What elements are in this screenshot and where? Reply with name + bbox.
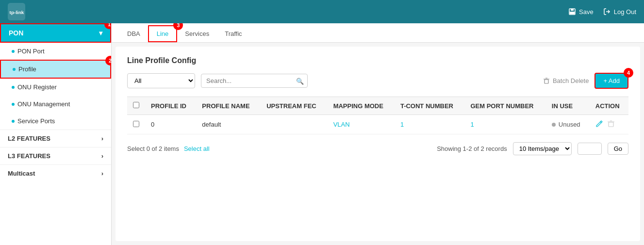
dot-icon: [12, 103, 15, 106]
logout-label: Log Out: [614, 8, 636, 16]
edit-icon[interactable]: [595, 120, 603, 129]
table-header-row: PROFILE ID PROFILE NAME UPSTREAM FEC MAP…: [127, 97, 628, 115]
col-profile-id: PROFILE ID: [145, 97, 196, 115]
sidebar-item-onu-register[interactable]: ONU Register: [0, 79, 111, 96]
pon-badge: 1: [104, 23, 112, 29]
dot-icon: [12, 86, 15, 89]
page-title: Line Profile Config: [127, 56, 628, 65]
cell-action: [590, 115, 628, 134]
search-input[interactable]: [201, 74, 308, 88]
logout-icon: [603, 8, 611, 16]
svg-rect-4: [570, 12, 575, 14]
search-icon: 🔍: [296, 77, 304, 84]
l3-label: L3 FEATURES: [8, 152, 50, 160]
chevron-down-icon: ▾: [99, 29, 102, 37]
cell-gem-port-number: 1: [464, 115, 545, 134]
filter-select[interactable]: All: [127, 73, 195, 88]
cell-mapping-mode: VLAN: [328, 115, 395, 134]
tab-dba[interactable]: DBA: [119, 26, 148, 42]
sidebar-section-l3[interactable]: L3 FEATURES ›: [0, 147, 111, 164]
col-mapping-mode: MAPPING MODE: [328, 97, 395, 115]
tab-bar: DBA Line 3 Services Traffic: [112, 23, 644, 43]
add-button[interactable]: + Add: [594, 73, 628, 89]
l2-label: L2 FEATURES: [8, 135, 50, 142]
svg-rect-3: [571, 9, 574, 11]
cell-profile-name: default: [196, 115, 261, 134]
tp-link-logo: tp-link: [8, 3, 25, 20]
go-page-input[interactable]: [578, 143, 602, 155]
batch-delete-label: Batch Delete: [553, 77, 589, 84]
col-in-use: IN USE: [546, 97, 590, 115]
sidebar-section-multicast[interactable]: Multicast ›: [0, 165, 111, 182]
save-label: Save: [579, 8, 594, 16]
action-icons: [595, 120, 623, 129]
go-button[interactable]: Go: [608, 143, 628, 155]
dot-icon: [13, 68, 16, 71]
tab-services[interactable]: Services: [177, 26, 217, 42]
pagination-right: Showing 1-2 of 2 records 10 Items/page 2…: [437, 142, 628, 155]
top-nav: tp-link Save Log Out: [0, 0, 644, 23]
sidebar-item-onu-management[interactable]: ONU Management: [0, 96, 111, 113]
cell-profile-id: 0: [145, 115, 196, 134]
tab-line[interactable]: Line 3: [148, 25, 178, 42]
save-icon: [568, 8, 576, 16]
chevron-right-icon-l3: ›: [101, 152, 103, 160]
profile-label: Profile: [18, 65, 36, 73]
select-all-checkbox[interactable]: [133, 102, 139, 108]
table-row: 0 default VLAN 1 1 Unused: [127, 115, 628, 134]
logout-button[interactable]: Log Out: [603, 8, 636, 16]
showing-text: Showing 1-2 of 2 records: [437, 145, 507, 152]
status-dot-icon: [552, 123, 556, 127]
select-info: Select 0 of 2 items Select all: [127, 145, 210, 152]
status-label: Unused: [559, 121, 580, 128]
chevron-right-icon-multicast: ›: [101, 170, 103, 177]
select-all-link[interactable]: Select all: [184, 145, 210, 152]
delete-icon[interactable]: [607, 120, 615, 129]
add-btn-wrapper: + Add 4: [594, 73, 628, 89]
sidebar-item-profile[interactable]: Profile 2: [0, 60, 111, 79]
col-t-cont-number: T-CONT NUMBER: [395, 97, 465, 115]
sidebar-pon-header[interactable]: PON ▾ 1: [0, 23, 111, 43]
toolbar-right: Batch Delete + Add 4: [543, 73, 628, 89]
content-area: DBA Line 3 Services Traffic Line Profile…: [112, 23, 644, 245]
dot-icon: [12, 120, 15, 123]
svg-text:tp-link: tp-link: [10, 10, 24, 15]
add-badge: 4: [624, 68, 633, 78]
tab-traffic[interactable]: Traffic: [217, 26, 249, 42]
pon-port-label: PON Port: [17, 48, 45, 55]
col-action: ACTION: [590, 97, 628, 115]
sidebar-section-l2[interactable]: L2 FEATURES ›: [0, 130, 111, 147]
sidebar-item-service-ports[interactable]: Service Ports: [0, 113, 111, 130]
col-upstream-fec: UPSTREAM FEC: [261, 97, 328, 115]
trash-icon: [543, 78, 550, 84]
batch-delete-button[interactable]: Batch Delete: [543, 77, 589, 84]
logo-area: tp-link: [8, 3, 25, 20]
cell-upstream-fec: [261, 115, 328, 134]
top-nav-right: Save Log Out: [568, 8, 636, 16]
row-checkbox[interactable]: [133, 121, 139, 127]
main-layout: PON ▾ 1 PON Port Profile 2 ONU Register …: [0, 23, 644, 245]
svg-rect-6: [545, 80, 548, 83]
pagination-bar: Select 0 of 2 items Select all Showing 1…: [127, 142, 628, 155]
select-count-text: Select 0 of 2 items: [127, 145, 179, 152]
page-content: Line Profile Config All 🔍: [116, 47, 640, 241]
save-button[interactable]: Save: [568, 8, 594, 16]
cell-t-cont-number: 1: [395, 115, 465, 134]
profile-badge: 2: [105, 56, 112, 65]
pon-label: PON: [9, 29, 23, 37]
sidebar: PON ▾ 1 PON Port Profile 2 ONU Register …: [0, 23, 112, 245]
status-unused: Unused: [552, 121, 580, 128]
search-wrapper: 🔍: [201, 74, 308, 88]
dot-icon: [12, 50, 15, 53]
svg-rect-9: [609, 122, 613, 127]
items-per-page-select[interactable]: 10 Items/page 20 Items/page 50 Items/pag…: [513, 142, 572, 155]
onu-management-label: ONU Management: [17, 100, 70, 108]
sidebar-item-pon-port[interactable]: PON Port: [0, 43, 111, 60]
toolbar: All 🔍 Batch Delete: [127, 73, 628, 89]
col-gem-port-number: GEM PORT NUMBER: [464, 97, 545, 115]
multicast-label: Multicast: [8, 170, 35, 177]
onu-register-label: ONU Register: [17, 83, 57, 91]
col-profile-name: PROFILE NAME: [196, 97, 261, 115]
service-ports-label: Service Ports: [17, 117, 55, 125]
add-label: + Add: [603, 77, 620, 84]
